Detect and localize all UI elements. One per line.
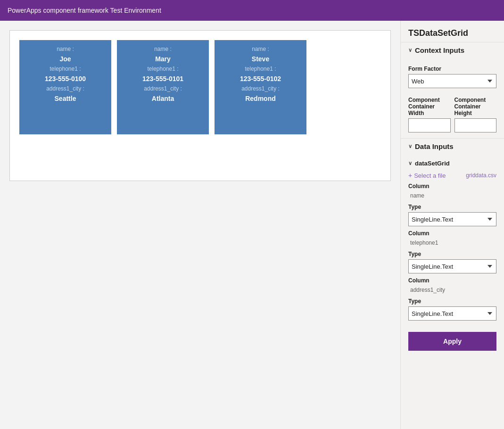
form-factor-select[interactable]: Web Tablet Phone bbox=[408, 74, 496, 88]
width-label: Component Container Width bbox=[408, 97, 451, 116]
card-1-name-label: name : bbox=[124, 46, 201, 52]
card-1-tel-label: telephone1 : bbox=[124, 66, 201, 72]
form-factor-label: Form Factor bbox=[408, 66, 496, 72]
card-0-tel-value: 123-555-0100 bbox=[27, 75, 104, 82]
file-name: griddata.csv bbox=[466, 172, 496, 179]
card-1-city-value: Atlanta bbox=[124, 95, 201, 102]
select-file-link[interactable]: + Select a file bbox=[408, 172, 446, 179]
topbar: PowerApps component framework Test Envir… bbox=[0, 0, 504, 21]
data-inputs-chevron: ∨ bbox=[408, 143, 412, 149]
dataset-grid-label: dataSetGrid bbox=[415, 160, 450, 167]
context-inputs-label: Context Inputs bbox=[415, 46, 464, 54]
card-2-city-label: address1_city : bbox=[222, 85, 299, 92]
apply-button[interactable]: Apply bbox=[408, 332, 496, 351]
card-2: name : Steve telephone1 : 123-555-0102 a… bbox=[215, 40, 306, 134]
data-inputs-section[interactable]: ∨ Data Inputs bbox=[401, 138, 504, 154]
card-0-name-value: Joe bbox=[27, 55, 104, 63]
column-label-2: Column bbox=[408, 277, 496, 284]
column-group-2: Columnaddress1_cityTypeSingleLine.TextWh… bbox=[408, 277, 496, 321]
card-1-tel-value: 123-555-0101 bbox=[124, 75, 201, 82]
width-input[interactable] bbox=[408, 118, 451, 132]
select-file-text: Select a file bbox=[414, 172, 446, 179]
width-field-col: Component Container Width bbox=[408, 93, 451, 132]
dataset-grid-header: ∨ dataSetGrid bbox=[408, 158, 496, 169]
height-label: Component Container Height bbox=[454, 97, 497, 116]
column-value-2: address1_city bbox=[408, 286, 496, 294]
context-inputs-content: Form Factor Web Tablet Phone Component C… bbox=[401, 58, 504, 138]
card-0-city-value: Seattle bbox=[27, 95, 104, 102]
height-input[interactable] bbox=[454, 118, 497, 132]
data-inputs-label: Data Inputs bbox=[415, 142, 454, 150]
context-inputs-section[interactable]: ∨ Context Inputs bbox=[401, 42, 504, 58]
type-label-2: Type bbox=[408, 298, 496, 305]
panel-title: TSDataSetGrid bbox=[401, 21, 504, 42]
card-2-name-value: Steve bbox=[222, 55, 299, 63]
column-value-1: telephone1 bbox=[408, 239, 496, 247]
type-select-1[interactable]: SingleLine.TextWhole.NoneDateAndTime.Dat… bbox=[408, 259, 496, 273]
column-label-0: Column bbox=[408, 183, 496, 190]
data-inputs-content: ∨ dataSetGrid + Select a file griddata.c… bbox=[401, 154, 504, 326]
dataset-chevron: ∨ bbox=[408, 160, 412, 166]
card-2-tel-value: 123-555-0102 bbox=[222, 75, 299, 82]
column-group-0: ColumnnameTypeSingleLine.TextWhole.NoneD… bbox=[408, 183, 496, 226]
column-group-1: Columntelephone1TypeSingleLine.TextWhole… bbox=[408, 230, 496, 273]
context-inputs-chevron: ∨ bbox=[408, 47, 412, 53]
card-0-city-label: address1_city : bbox=[27, 85, 104, 92]
column-label-1: Column bbox=[408, 230, 496, 237]
canvas-area: name : Joe telephone1 : 123-555-0100 add… bbox=[0, 21, 400, 429]
right-panel: TSDataSetGrid ∨ Context Inputs Form Fact… bbox=[400, 21, 504, 429]
type-label-0: Type bbox=[408, 204, 496, 210]
card-1-name-value: Mary bbox=[124, 55, 201, 63]
type-label-1: Type bbox=[408, 251, 496, 257]
topbar-title: PowerApps component framework Test Envir… bbox=[8, 7, 161, 14]
type-select-0[interactable]: SingleLine.TextWhole.NoneDateAndTime.Dat… bbox=[408, 212, 496, 226]
canvas-inner: name : Joe telephone1 : 123-555-0100 add… bbox=[9, 30, 391, 181]
type-select-2[interactable]: SingleLine.TextWhole.NoneDateAndTime.Dat… bbox=[408, 306, 496, 321]
card-0-name-label: name : bbox=[27, 46, 104, 52]
column-value-0: name bbox=[408, 191, 496, 200]
card-1-city-label: address1_city : bbox=[124, 85, 201, 92]
card-1: name : Mary telephone1 : 123-555-0101 ad… bbox=[117, 40, 209, 134]
height-field-col: Component Container Height bbox=[454, 93, 497, 132]
card-0-tel-label: telephone1 : bbox=[27, 66, 104, 72]
columns-container: ColumnnameTypeSingleLine.TextWhole.NoneD… bbox=[408, 183, 496, 321]
main-layout: name : Joe telephone1 : 123-555-0100 add… bbox=[0, 21, 504, 429]
card-2-name-label: name : bbox=[222, 46, 299, 52]
plus-icon: + bbox=[408, 172, 412, 179]
card-2-tel-label: telephone1 : bbox=[222, 66, 299, 72]
card-0: name : Joe telephone1 : 123-555-0100 add… bbox=[19, 40, 111, 134]
card-2-city-value: Redmond bbox=[222, 95, 299, 102]
select-file-row: + Select a file griddata.csv bbox=[408, 172, 496, 179]
